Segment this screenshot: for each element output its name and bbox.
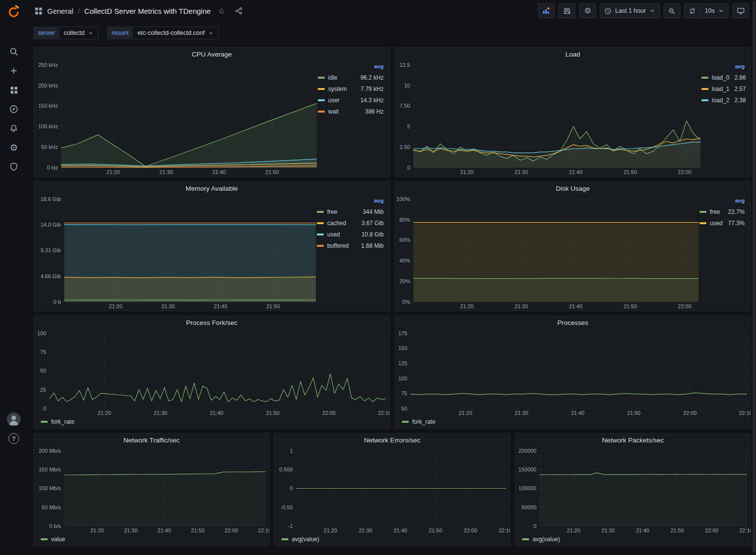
sidebar-item-explore[interactable]: [3, 100, 25, 118]
sidebar-item-search[interactable]: [3, 43, 25, 60]
panel-memory-available: Memory Available 0 b4.66 Gib9.31 Gib14.0…: [33, 181, 390, 311]
svg-text:0%: 0%: [402, 299, 410, 305]
svg-text:0.500: 0.500: [279, 467, 293, 472]
network-errors-chart[interactable]: -1-0.5000.500121:2021:3021:4021:5022:002…: [275, 446, 510, 535]
legend-avg-header[interactable]: avg: [318, 62, 384, 72]
scrollbar-thumb[interactable]: [753, 1, 756, 553]
legend-item-buffered[interactable]: buffered1.68 Mib: [317, 240, 384, 251]
panel-title[interactable]: CPU Average: [34, 48, 390, 60]
sidebar-item-configuration[interactable]: ⚙: [3, 139, 25, 156]
cpu-average-chart[interactable]: 0 Hz50 kHz100 kHz150 kHz200 kHz250 kHz21…: [34, 60, 317, 176]
panel-title[interactable]: Memory Available: [34, 182, 390, 195]
legend-item-avg(value)[interactable]: avg(value): [281, 536, 319, 543]
svg-text:200 Mb/s: 200 Mb/s: [39, 448, 61, 454]
series-color-swatch: [318, 88, 325, 90]
legend-item-load_2[interactable]: load_22.38: [701, 94, 745, 106]
svg-text:21:50: 21:50: [265, 169, 279, 175]
variable-mount[interactable]: mount etc-collectd-collectd.conf: [107, 27, 219, 39]
panel-title[interactable]: Network Packets/sec: [515, 434, 751, 446]
star-dashboard-button[interactable]: ☆: [215, 4, 228, 17]
monitor-icon: [737, 7, 745, 15]
svg-text:200 kHz: 200 kHz: [38, 83, 58, 88]
legend-item-used[interactable]: used10.8 Gib: [317, 229, 384, 240]
scrollbar[interactable]: [752, 0, 756, 555]
avatar-icon: [6, 412, 21, 427]
network-packets-chart[interactable]: 05000010000015000020000021:2021:3021:402…: [515, 446, 751, 535]
network-traffic-chart[interactable]: 0 b/s50 Mb/s100 Mb/s150 Mb/s200 Mb/s21:2…: [34, 446, 269, 535]
panel-title[interactable]: Network Traffic/sec: [34, 434, 269, 446]
svg-text:21:40: 21:40: [569, 303, 583, 309]
panel-title[interactable]: Load: [395, 48, 751, 60]
series-avg-value: 2.38: [729, 97, 746, 104]
panel-title[interactable]: Process Fork/sec: [34, 316, 390, 329]
refresh-interval-dropdown[interactable]: 10s: [701, 3, 728, 18]
panel-title[interactable]: Network Errors/sec: [275, 434, 510, 446]
disk-usage-legend: avgfree22.7%used77.3%: [699, 195, 751, 311]
svg-text:21:30: 21:30: [359, 527, 372, 533]
svg-text:25: 25: [40, 387, 46, 393]
svg-text:21:30: 21:30: [514, 303, 528, 309]
legend-item-load_0[interactable]: load_02.86: [701, 72, 745, 83]
svg-text:22:00: 22:00: [683, 410, 697, 416]
sidebar-item-help[interactable]: ?: [3, 433, 25, 444]
panel-process-fork: Process Fork/sec 025507510021:2021:3021:…: [33, 316, 390, 429]
variable-server-value[interactable]: collectd: [59, 27, 98, 39]
disk-usage-chart[interactable]: 0%20%40%60%80%100%21:2021:3021:4021:5022…: [395, 195, 699, 311]
svg-text:21:30: 21:30: [159, 169, 173, 175]
series-name: free: [327, 208, 358, 215]
save-dashboard-button[interactable]: [559, 3, 575, 18]
load-chart[interactable]: 02.5057.501012.521:2021:3021:4021:5022:0…: [395, 60, 700, 176]
variable-mount-label: mount: [107, 27, 133, 39]
dashboard-settings-button[interactable]: ⚙: [579, 3, 596, 18]
legend-item-cached[interactable]: cached3.67 Gib: [317, 217, 384, 229]
zoom-out-button[interactable]: [664, 3, 680, 18]
memory-available-chart[interactable]: 0 b4.66 Gib9.31 Gib14.0 Gib18.6 Gib21:20…: [34, 195, 316, 311]
sidebar-item-alerting[interactable]: [3, 119, 25, 137]
svg-text:0 b/s: 0 b/s: [49, 523, 61, 529]
panel-title[interactable]: Disk Usage: [395, 182, 751, 195]
series-name: used: [710, 220, 723, 227]
chart-canvas: 507510012515017521:2021:3021:4021:5022:0…: [395, 329, 751, 417]
legend-item-free[interactable]: free344 Mib: [317, 206, 384, 217]
share-dashboard-button[interactable]: [232, 4, 245, 17]
svg-text:10: 10: [404, 83, 410, 88]
process-fork-chart[interactable]: 025507510021:2021:3021:4021:5022:0022:10: [34, 329, 390, 417]
series-color-swatch: [41, 421, 48, 423]
legend-item-fork_rate[interactable]: fork_rate: [41, 418, 74, 425]
variable-server[interactable]: server collectd: [33, 27, 98, 39]
cycle-view-mode-button[interactable]: [732, 3, 749, 18]
legend-item-idle[interactable]: idle96.2 kHz: [318, 72, 384, 83]
add-panel-button[interactable]: [538, 3, 555, 18]
legend-item-used[interactable]: used77.3%: [700, 217, 745, 229]
legend-avg-header[interactable]: avg: [317, 196, 384, 206]
processes-chart[interactable]: 507510012515017521:2021:3021:4021:5022:0…: [395, 329, 751, 417]
legend-item-system[interactable]: system7.79 kHz: [318, 83, 384, 94]
legend-avg-header[interactable]: avg: [700, 196, 745, 206]
refresh-button[interactable]: [684, 3, 701, 18]
legend-item-free[interactable]: free22.7%: [700, 206, 745, 217]
legend-item-avg(value)[interactable]: avg(value): [522, 536, 560, 543]
legend-item-user[interactable]: user14.3 kHz: [318, 94, 384, 106]
svg-text:21:20: 21:20: [109, 303, 123, 309]
sidebar-item-dashboards[interactable]: [3, 81, 25, 99]
legend-item-wait[interactable]: wait386 Hz: [318, 106, 384, 117]
legend-item-load_1[interactable]: load_12.57: [701, 83, 745, 94]
breadcrumb-folder[interactable]: General: [47, 7, 73, 15]
grafana-logo[interactable]: [6, 4, 21, 20]
svg-text:50000: 50000: [521, 504, 536, 510]
user-avatar[interactable]: [6, 412, 21, 428]
sidebar-item-create[interactable]: +: [3, 62, 25, 80]
svg-text:75: 75: [401, 390, 407, 396]
panel-title[interactable]: Processes: [395, 316, 751, 329]
sidebar-item-server-admin[interactable]: [3, 158, 25, 175]
variable-mount-value[interactable]: etc-collectd-collectd.conf: [133, 27, 219, 39]
legend-avg-header[interactable]: avg: [701, 62, 745, 72]
panel-load: Load 02.5057.501012.521:2021:3021:4021:5…: [394, 47, 751, 177]
series-avg-value: 77.3%: [723, 220, 745, 227]
legend-item-value[interactable]: value: [41, 536, 65, 543]
legend-item-fork_rate[interactable]: fork_rate: [402, 418, 435, 425]
network-packets-legend: avg(value): [515, 535, 751, 546]
time-range-picker[interactable]: Last 1 hour: [600, 3, 660, 18]
series-name: load_0: [712, 74, 729, 81]
svg-text:21:20: 21:20: [324, 527, 337, 533]
